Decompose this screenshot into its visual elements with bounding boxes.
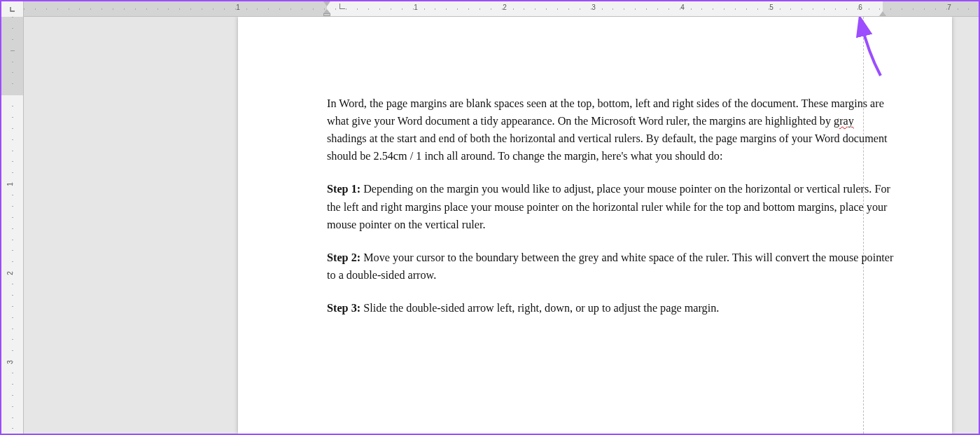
intro-text: In Word, the page margins are blank spac… (327, 97, 884, 127)
step-2: Step 2: Move your cursor to the boundary… (327, 249, 894, 284)
step-1: Step 1: Depending on the margin you woul… (327, 181, 894, 233)
step-3: Step 3: Slide the double-sided arrow lef… (327, 300, 894, 317)
step-text: Depending on the margin you would like t… (327, 183, 890, 230)
step-label: Step 1: (327, 183, 360, 195)
intro-paragraph: In Word, the page margins are blank spac… (327, 95, 894, 165)
left-indent-marker[interactable] (323, 13, 330, 16)
document-body[interactable]: In Word, the page margins are blank spac… (327, 95, 894, 333)
step-text: Slide the double-sided arrow left, right… (360, 302, 719, 315)
editor-workspace: In Word, the page margins are blank spac… (24, 17, 979, 434)
ruler-corner-tab-icon[interactable] (1, 1, 24, 17)
horizontal-ruler[interactable]: 11234567 (1, 1, 979, 17)
vertical-ruler[interactable]: 123 (1, 17, 24, 434)
intro-tail: shadings at the start and end of both th… (327, 132, 888, 163)
step-text: Move your cursor to the boundary between… (327, 251, 893, 282)
step-label: Step 3: (327, 302, 360, 315)
spellcheck-word[interactable]: gray (834, 115, 854, 127)
right-indent-marker[interactable] (879, 11, 886, 16)
step-label: Step 2: (327, 251, 360, 264)
tab-stop-icon[interactable] (340, 4, 345, 9)
first-line-indent-marker[interactable] (323, 1, 330, 6)
document-page: In Word, the page margins are blank spac… (238, 17, 952, 434)
